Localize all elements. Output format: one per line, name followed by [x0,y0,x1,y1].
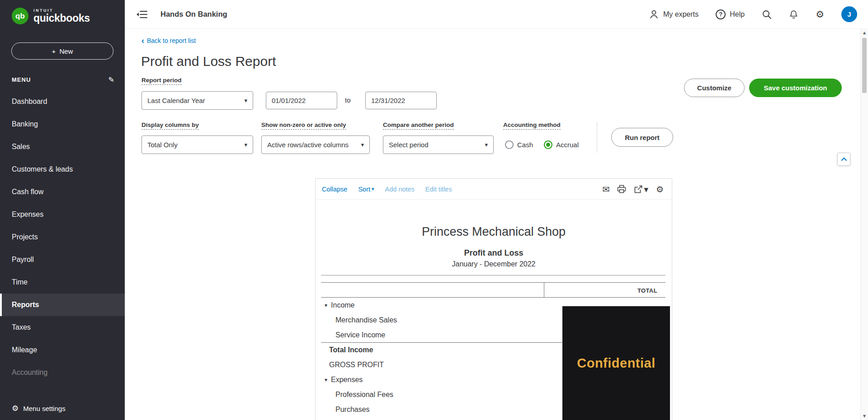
nav-toggle-button[interactable] [137,10,147,19]
sidebar-item-reports[interactable]: Reports [0,294,125,316]
quickbooks-label: quickbooks [33,13,90,23]
back-link-label: Back to report list [147,37,196,44]
sort-label: Sort [358,186,370,193]
collapse-triangle-icon[interactable]: ▾ [325,302,327,308]
save-customization-button[interactable]: Save customization [749,79,842,97]
caret-down-icon: ▾ [244,97,247,104]
print-icon[interactable] [617,185,626,193]
row-label: Purchases [335,406,370,414]
user-avatar[interactable]: J [841,6,857,22]
sidebar-item-mileage[interactable]: Mileage [0,339,125,361]
display-columns-select[interactable]: Total Only ▾ [142,135,253,154]
cash-radio[interactable]: Cash [505,140,533,149]
report-period-label: Report period [142,77,182,85]
sidebar: qb INTUIT quickbooks + New MENU ✎ Dashbo… [0,0,125,420]
name-column-header [321,283,544,297]
scroll-up-arrow[interactable]: ▲ [861,31,868,35]
row-label: Expenses [331,376,363,384]
nonzero-select[interactable]: Active rows/active columns ▾ [261,135,370,154]
quickbooks-logo: qb INTUIT quickbooks [0,0,125,24]
report-title: Profit and Loss [316,248,672,258]
sidebar-item-payroll[interactable]: Payroll [0,248,125,271]
sidebar-item-sales[interactable]: Sales [0,135,125,158]
my-experts-label: My experts [663,10,698,19]
collapse-triangle-icon[interactable]: ▾ [325,377,327,383]
caret-down-icon: ▾ [485,141,488,148]
help-label: Help [730,10,745,19]
cash-radio-label: Cash [517,141,533,149]
menu-settings-label: Menu settings [23,405,65,412]
sidebar-item-taxes[interactable]: Taxes [0,316,125,339]
menu-settings-button[interactable]: ⚙ Menu settings [12,404,66,413]
help-icon: ? [716,9,726,19]
sidebar-item-customers-leads[interactable]: Customers & leads [0,158,125,181]
confidential-text: Confidential [577,356,656,371]
sidebar-item-expenses[interactable]: Expenses [0,203,125,226]
cash-radio-circle[interactable] [505,140,514,149]
scrollbar-thumb[interactable] [862,38,867,93]
new-button-label: New [59,47,73,55]
plus-icon: + [52,47,56,55]
caret-down-icon: ▾ [372,186,374,192]
notifications-button[interactable] [789,9,798,19]
sidebar-item-dashboard[interactable]: Dashboard [0,90,125,113]
report-settings-icon[interactable]: ⚙ [656,184,664,194]
sidebar-item-projects[interactable]: Projects [0,226,125,248]
vertical-scrollbar[interactable]: ▲ ▼ [860,29,868,420]
compare-period-select[interactable]: Select period ▾ [383,135,494,154]
compare-period-label: Compare another period [383,121,454,130]
accrual-radio-circle[interactable] [544,140,552,149]
filters-divider [597,122,597,153]
start-date-input[interactable] [266,92,337,109]
accrual-radio-label: Accrual [556,141,579,149]
edit-titles-link[interactable]: Edit titles [425,186,452,193]
caret-down-icon: ▾ [244,141,247,148]
gear-icon: ⚙ [816,9,824,20]
report-table-header: TOTAL [321,282,665,298]
menu-header: MENU ✎ [12,75,115,84]
export-icon [634,185,643,194]
main-content: ‹ Back to report list Profit and Loss Re… [125,29,860,420]
customize-button[interactable]: Customize [684,79,745,97]
export-button[interactable]: ▾ [634,184,648,194]
sort-link[interactable]: Sort ▾ [358,186,374,193]
sidebar-item-accounting[interactable]: Accounting [0,361,125,384]
new-button[interactable]: + New [11,42,113,60]
search-icon [762,9,772,19]
scroll-down-arrow[interactable]: ▼ [861,414,868,418]
page-title: Profit and Loss Report [141,54,276,69]
sidebar-item-cash-flow[interactable]: Cash flow [0,181,125,203]
report-date-range: January - December 2022 [316,260,672,268]
sidebar-item-time[interactable]: Time [0,271,125,294]
help-glyph: ? [719,11,722,18]
add-notes-link[interactable]: Add notes [385,186,415,193]
report-period-value: Last Calendar Year [147,97,205,104]
caret-down-icon: ▾ [644,184,648,194]
report-toolbar: Collapse Sort ▾ Add notes Edit titles ✉ [316,179,672,200]
report-period-select[interactable]: Last Calendar Year ▾ [142,91,253,110]
hamburger-icon [137,10,147,19]
edit-menu-icon[interactable]: ✎ [108,75,115,84]
sidebar-item-banking[interactable]: Banking [0,113,125,135]
accrual-radio[interactable]: Accrual [544,140,579,149]
end-date-input[interactable] [365,92,437,109]
gear-icon: ⚙ [12,404,19,413]
settings-button[interactable]: ⚙ [816,9,824,20]
my-experts-button[interactable]: My experts [649,9,698,19]
person-icon [649,9,659,19]
nonzero-label: Show non-zero or active only [261,121,346,130]
row-label: Service Income [335,331,385,339]
to-label: to [345,96,351,104]
topbar: Hands On Banking My experts ? Help [125,0,868,29]
collapse-header-button[interactable] [837,153,850,166]
search-button[interactable] [762,9,772,19]
help-button[interactable]: ? Help [716,9,745,19]
row-label: Professional Fees [335,391,393,399]
nonzero-value: Active rows/active columns [267,141,349,149]
bell-icon [789,9,798,19]
run-report-button[interactable]: Run report [611,128,673,147]
back-to-report-list-link[interactable]: ‹ Back to report list [142,37,196,44]
collapse-link[interactable]: Collapse [322,186,347,193]
accounting-method-label: Accounting method [503,121,561,130]
email-icon[interactable]: ✉ [602,184,609,194]
